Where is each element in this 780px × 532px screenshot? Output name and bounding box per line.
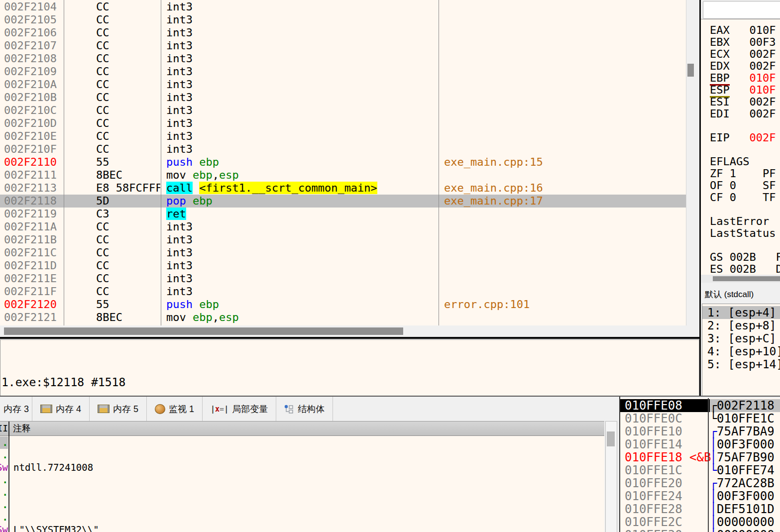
disassembly-row[interactable]: 002F2104CCint3 [0, 0, 686, 13]
tab-内存 3[interactable]: 内存 3 [0, 397, 32, 421]
dump-row[interactable]: . [0, 486, 604, 499]
disassembly-row[interactable]: 002F2109CCint3 [0, 65, 686, 78]
argument-row[interactable]: 3: [esp+C] [702, 332, 780, 345]
disassembly-row[interactable]: 002F210BCCint3 [0, 91, 686, 104]
stack-value-cell[interactable]: └010FFE1C [710, 412, 780, 425]
stack-address-cell[interactable]: 010FFE2C [620, 516, 712, 529]
address-cell[interactable]: 002F2113 [4, 182, 63, 195]
stack-row[interactable]: 010FFE30│00000000 [620, 529, 780, 532]
disassembly-row[interactable]: 002F21118BECmov ebp,esp [0, 169, 686, 182]
stack-value-cell[interactable]: │00F3F000 [710, 490, 780, 503]
stack-row[interactable]: 010FFE24│00F3F000 [620, 490, 780, 503]
stack-row[interactable]: 010FFE14│00F3F000 [620, 438, 780, 451]
stack-value-cell[interactable]: └010FFE74 [710, 464, 780, 477]
stack-value-cell[interactable]: ┌75AF7BA9 [710, 425, 780, 438]
dump-row[interactable]: . [0, 511, 604, 524]
tab-内存 4[interactable]: 内存 4 [32, 397, 90, 421]
stack-address-cell[interactable]: 010FFE0C [620, 412, 712, 425]
dump-row[interactable]: SwL"\\SYSTEM32\\" [0, 524, 604, 532]
register-row-ecx[interactable]: ECX 002F [710, 48, 776, 60]
disassembly-row[interactable]: 002F210FCCint3 [0, 143, 686, 156]
register-row-esp[interactable]: ESP 010F [710, 84, 776, 96]
address-cell[interactable]: 002F211F [4, 285, 63, 298]
address-cell[interactable]: 002F210A [4, 78, 63, 91]
stack-address-cell[interactable]: 010FFE24 [620, 490, 712, 503]
bottom-tab-bar[interactable]: 内存 3内存 4内存 5监视 1|x=|局部变量结构体 [0, 397, 617, 421]
scrollbar-handle[interactable] [4, 327, 403, 335]
address-cell[interactable]: 002F211B [4, 233, 63, 246]
stack-row[interactable]: 010FFE0C└010FFE1C [620, 412, 780, 425]
disassembly-row[interactable]: 002F21185Dpop ebpexe_main.cpp:17 [0, 195, 686, 208]
register-row-edi[interactable]: EDI 002F [710, 108, 776, 120]
stack-address-cell[interactable]: 010FFE1C [620, 464, 712, 477]
stack-address-cell[interactable]: 010FFE08 [620, 399, 712, 412]
disassembly-row[interactable]: 002F2105CCint3 [0, 13, 686, 26]
disassembly-row[interactable]: 002F2108CCint3 [0, 52, 686, 65]
address-cell[interactable]: 002F2120 [4, 298, 63, 311]
arguments-panel[interactable]: 1: [esp+4]2: [esp+8]3: [esp+C]4: [esp+10… [702, 304, 780, 396]
disassembly-view[interactable]: 002F2104CCint3002F2105CCint3002F2106CCin… [0, 0, 686, 325]
dump-row[interactable]: . [0, 474, 604, 486]
dump-row[interactable]: . [0, 499, 604, 511]
argument-row[interactable]: 2: [esp+8] [702, 319, 780, 332]
disassembly-row[interactable]: 002F210DCCint3 [0, 117, 686, 130]
last-status-row[interactable]: LastStatus [710, 227, 776, 239]
disasm-horizontal-scrollbar[interactable] [0, 326, 699, 336]
stack-row[interactable]: 010FFE1C└010FFE74 [620, 464, 780, 477]
tab-局部变量[interactable]: |x=|局部变量 [203, 397, 276, 421]
address-cell[interactable]: 002F2108 [4, 52, 63, 65]
address-cell[interactable]: 002F2118 [4, 195, 63, 208]
address-cell[interactable]: 002F210C [4, 104, 63, 117]
disassembly-row[interactable]: 002F211DCCint3 [0, 259, 686, 272]
disassembly-row[interactable]: 002F211CCCint3 [0, 246, 686, 259]
address-cell[interactable]: 002F2107 [4, 39, 63, 52]
address-cell[interactable]: 002F211C [4, 246, 63, 259]
stack-value-cell[interactable]: │DEF5101D [710, 503, 780, 516]
address-cell[interactable]: 002F2109 [4, 65, 63, 78]
registers-header-box[interactable] [703, 1, 780, 19]
address-cell[interactable]: 002F2104 [4, 0, 63, 13]
dump-row[interactable]: . [0, 449, 604, 461]
address-cell[interactable]: 002F210D [4, 117, 63, 130]
address-cell[interactable]: 002F210B [4, 91, 63, 104]
stack-value-cell[interactable]: │00F3F000 [710, 438, 780, 451]
address-cell[interactable]: 002F211E [4, 272, 63, 285]
stack-value-cell[interactable]: ┌772AC28B [710, 477, 780, 490]
comments-vertical-scrollbar[interactable] [605, 421, 617, 532]
disassembly-row[interactable]: 002F210ECCint3 [0, 130, 686, 143]
address-cell[interactable]: 002F211D [4, 259, 63, 272]
registers-horizontal-scrollbar[interactable] [701, 275, 780, 283]
stack-panel[interactable]: 010FFE08┌002F2118010FFE0C└010FFE1C010FFE… [620, 398, 780, 532]
disassembly-row[interactable]: 002F210CCCint3 [0, 104, 686, 117]
disassembly-row[interactable]: 002F211ACCint3 [0, 220, 686, 233]
address-cell[interactable]: 002F211A [4, 220, 63, 233]
address-cell[interactable]: 002F2111 [4, 169, 63, 182]
stack-address-cell[interactable]: 010FFE28 [620, 503, 712, 516]
stack-row[interactable]: 010FFE18 <&B│75AF7B90 [620, 451, 780, 464]
address-cell[interactable]: 002F2121 [4, 311, 63, 324]
stack-value-cell[interactable]: │00000000 [710, 529, 780, 532]
address-cell[interactable]: 002F2105 [4, 13, 63, 26]
stack-row[interactable]: 010FFE10┌75AF7BA9 [620, 425, 780, 438]
stack-address-cell[interactable]: 010FFE20 [620, 477, 712, 490]
flags-row[interactable]: OF 0 SF 0 [710, 180, 780, 192]
register-row-esi[interactable]: ESI 002F [710, 96, 776, 108]
stack-row[interactable]: 010FFE2C│00000000 [620, 516, 780, 529]
disassembly-row[interactable]: 002F2113E8 58FCFFFFcall <first1.__scrt_c… [0, 182, 686, 195]
flags-row[interactable]: ZF 1 PF 1 [710, 168, 780, 180]
stack-row[interactable]: 010FFE08┌002F2118 [620, 399, 780, 412]
register-row-ebx[interactable]: EBX 00F3 [710, 36, 776, 48]
calling-convention-row[interactable]: 默认 (stdcall) [701, 284, 780, 304]
address-cell[interactable]: 002F2119 [4, 208, 63, 220]
disassembly-row[interactable]: 002F211ECCint3 [0, 272, 686, 285]
segment-row[interactable]: GS 002B FS [710, 251, 780, 263]
tab-监视 1[interactable]: 监视 1 [147, 397, 203, 421]
stack-value-cell[interactable]: │00000000 [710, 516, 780, 529]
argument-row[interactable]: 5: [esp+14] [702, 358, 780, 371]
address-cell[interactable]: 002F2110 [4, 156, 63, 169]
argument-row[interactable]: 4: [esp+10] [702, 345, 780, 358]
register-row-eflags[interactable]: EFLAGS 00 [710, 156, 780, 168]
stack-row[interactable]: 010FFE20┌772AC28B [620, 477, 780, 490]
segment-row[interactable]: ES 002B DS [710, 263, 780, 275]
disassembly-row[interactable]: 002F211FCCint3 [0, 285, 686, 298]
